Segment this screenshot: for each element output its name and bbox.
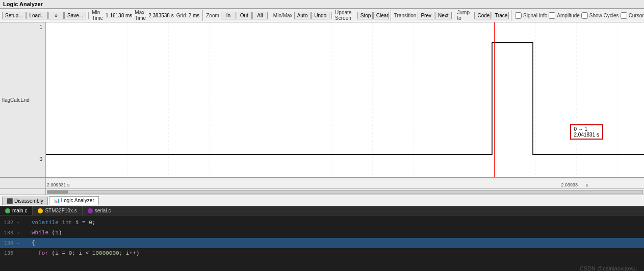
panel-tab-bar: ⬛ Disassembly 📊 Logic Analyzer [0, 195, 644, 206]
high-label: 1 [39, 24, 42, 30]
next-button[interactable]: Next [435, 12, 452, 19]
tab-disassembly-label: Disassembly [14, 198, 43, 204]
waveform-svg [46, 22, 644, 177]
toolbar: Setup... Load... » Save... Min Time 1.16… [0, 9, 644, 22]
line-num-132: 132 [2, 220, 16, 226]
jump-trace-button[interactable]: Trace [492, 12, 509, 19]
code-line-134: 134 → { [0, 238, 644, 248]
jump-code-button[interactable]: Code [474, 12, 491, 19]
watermark: CSDN @cainiaoxiaoyu_ [580, 265, 640, 271]
amplitude-label: Amplitude [557, 13, 579, 18]
min-time-label: Min Time [91, 10, 104, 21]
code-line-133: 133 → while (1) [0, 228, 644, 238]
zoom-all-button[interactable]: All [252, 12, 268, 19]
code-tab-stm32[interactable]: STM32F10x.s [33, 206, 82, 215]
toolbar-zoom-group: Zoom In Out All [205, 12, 270, 19]
signal-info-checkbox[interactable] [515, 12, 522, 19]
line-arrow-134: → [16, 240, 32, 246]
more-button[interactable]: » [48, 12, 64, 19]
jump-label: Jump to [456, 10, 474, 21]
clear-button[interactable]: Clear [373, 12, 389, 19]
logic-icon: 📊 [54, 198, 60, 203]
max-time-value: 2.383538 s [147, 13, 175, 18]
code-tab-serial[interactable]: serial.c [83, 206, 117, 215]
scroll-area[interactable] [0, 189, 644, 195]
waveform-display[interactable]: 0 → 1 2.041831 s [46, 22, 644, 177]
code-line-132: 132 → volatile int i = 0; [0, 218, 644, 228]
show-cycles-checkbox[interactable] [581, 12, 588, 19]
scroll-left-padding [0, 189, 46, 195]
code-text-134: { [32, 240, 35, 246]
time-ruler-left [0, 178, 46, 188]
tab-logic-analyzer-label: Logic Analyzer [61, 198, 94, 203]
toolbar-options-group: Signal Info Amplitude Show Cycles Cursor [513, 12, 644, 19]
signal-name: flagCalcEnd [2, 97, 30, 103]
toolbar-time-group: Min Time 1.16138 ms Max Time 2.383538 s … [91, 10, 203, 21]
code-tab-serial-label: serial.c [95, 208, 111, 213]
tooltip-transition: 0 → 1 [574, 126, 600, 132]
code-tab-main-c[interactable]: main.c [0, 206, 33, 215]
setup-button[interactable]: Setup... [2, 12, 25, 19]
prev-button[interactable]: Prev [418, 12, 434, 19]
tab-logic-analyzer[interactable]: 📊 Logic Analyzer [49, 196, 99, 205]
scroll-thumb[interactable] [47, 191, 68, 194]
code-tab-stm32-label: STM32F10x.s [45, 208, 76, 213]
undo-button[interactable]: Undo [311, 12, 329, 19]
line-num-133: 133 [2, 230, 16, 236]
tooltip-time: 2.041831 s [574, 132, 600, 138]
signal-labels-panel: 1 flagCalcEnd 0 [0, 22, 46, 177]
code-editor-area: main.c STM32F10x.s serial.c 132 → volati… [0, 206, 644, 271]
time-ruler: 2.009331 s 2.03933 s [0, 178, 644, 189]
zoom-in-button[interactable]: In [221, 12, 236, 19]
line-num-135: 135 [2, 251, 16, 256]
grid-label: Grid [175, 13, 187, 18]
load-button[interactable]: Load... [26, 12, 48, 19]
transition-label: Transition [393, 13, 418, 18]
line-arrow-132: → [16, 220, 32, 226]
cursor-label: Cursor [629, 13, 644, 18]
waveform-main-area: 1 flagCalcEnd 0 0 → 1 2.041831 s [0, 22, 644, 178]
code-content: 132 → volatile int i = 0; 133 → while (1… [0, 215, 644, 271]
app-title: Logic Analyzer [3, 1, 43, 7]
line-arrow-133: → [16, 230, 32, 236]
auto-button[interactable]: Auto [294, 12, 311, 19]
minmax-label: Min/Max [272, 13, 294, 18]
title-bar: Logic Analyzer [0, 0, 644, 9]
code-tab-bar: main.c STM32F10x.s serial.c [0, 206, 644, 215]
toolbar-file-group: Setup... Load... » Save... [2, 12, 89, 19]
code-tab-main-c-label: main.c [12, 208, 27, 213]
cursor-checkbox[interactable] [621, 12, 627, 19]
zoom-label: Zoom [205, 13, 220, 18]
scroll-track[interactable] [47, 190, 643, 194]
time-ruler-content: 2.009331 s 2.03933 s [46, 178, 644, 188]
toolbar-minmax-group: Min/Max Auto Undo [272, 12, 332, 19]
max-time-label: Max Time [134, 10, 147, 21]
time-end-label: 2.03933 [561, 182, 578, 187]
time-unit-label: s [586, 182, 588, 187]
zoom-out-button[interactable]: Out [237, 12, 252, 19]
code-text-133: while (1) [32, 230, 62, 236]
show-cycles-label: Show Cycles [589, 13, 619, 18]
line-num-134: 134 [2, 240, 16, 246]
update-label: Update Screen [334, 10, 357, 21]
low-label: 0 [39, 156, 42, 162]
toolbar-update-group: Update Screen Stop Clear [334, 10, 391, 21]
amplitude-checkbox[interactable] [549, 12, 555, 19]
grid-value: 2 ms [188, 13, 201, 18]
stm32-icon [38, 208, 43, 213]
code-text-135: for (i = 0; i < 10000000; i++) [32, 250, 139, 256]
toolbar-jump-group: Jump to Code Trace [456, 10, 512, 21]
tab-disassembly[interactable]: ⬛ Disassembly [2, 197, 48, 205]
save-button[interactable]: Save... [64, 12, 86, 19]
time-start-label: 2.009331 s [47, 182, 70, 187]
stop-button[interactable]: Stop [357, 12, 373, 19]
tooltip-box: 0 → 1 2.041831 s [570, 124, 604, 140]
main-c-icon [5, 208, 10, 213]
disassembly-icon: ⬛ [7, 198, 13, 204]
signal-info-label: Signal Info [523, 13, 547, 18]
code-line-135: 135 for (i = 0; i < 10000000; i++) [0, 248, 644, 258]
min-time-value: 1.16138 ms [105, 13, 133, 18]
toolbar-transition-group: Transition Prev Next [393, 12, 454, 19]
code-text-132: volatile int i = 0; [32, 220, 95, 226]
serial-icon [88, 208, 93, 213]
